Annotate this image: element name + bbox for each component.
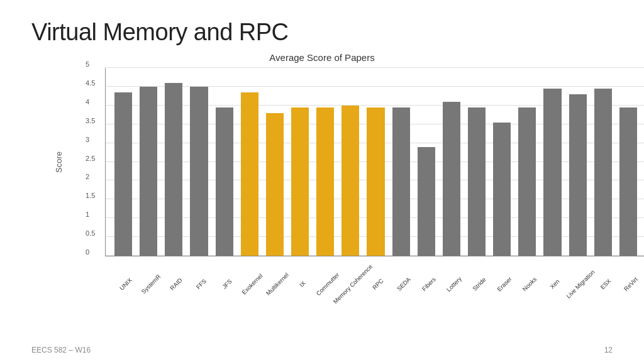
bar-group: JFS (212, 68, 237, 256)
y-tick-label: 3.5 (86, 117, 95, 124)
bar (418, 147, 435, 256)
bar-group: Eraser (489, 68, 514, 256)
bar (165, 83, 182, 256)
bar (140, 87, 157, 256)
bar-group: RPC (363, 68, 388, 256)
bar-group: IX (287, 68, 313, 256)
bar-label: Exokernel (240, 272, 264, 296)
slide: Virtual Memory and RPC Average Score of … (0, 0, 644, 362)
y-tick-label: 4 (86, 98, 89, 106)
bar-group: Nooks (514, 68, 540, 256)
bar (114, 92, 132, 256)
bar-label: Eraser (496, 275, 513, 293)
chart-area: 00.511.522.533.544.55 UNIXSystemRRAIDFFS… (105, 68, 644, 256)
bar-label: RPC (371, 277, 385, 291)
bar-group: ESX (591, 68, 616, 256)
y-tick-label: 4.5 (86, 79, 95, 87)
y-tick-label: 3 (86, 136, 89, 143)
bar (266, 113, 284, 256)
bar-label: Xen (548, 278, 561, 290)
bar-group: FFS (186, 68, 211, 256)
bar-label: Multikernel (265, 272, 290, 297)
bar (316, 107, 334, 256)
bar-label: Fibers (420, 276, 436, 292)
bars-wrapper: UNIXSystemRRAIDFFSJFSExokernelMultikerne… (106, 68, 644, 256)
y-tick-label: 2 (86, 173, 89, 180)
bar (443, 102, 460, 256)
bar (341, 106, 359, 256)
bar-label: Nooks (521, 275, 538, 292)
bar-group: Lottery (439, 68, 464, 256)
footer-left: EECS 582 – W16 (31, 346, 91, 354)
bar-label: IX (298, 280, 307, 288)
y-tick-label: 2.5 (86, 155, 95, 162)
bar-label: Memory Coherence (332, 263, 374, 305)
chart-container: Average Score of Papers Score 00.511.522… (39, 52, 605, 291)
y-tick-label: 0 (86, 248, 89, 256)
bar-group: Fibers (414, 68, 439, 256)
bar-group: Commutter (313, 68, 338, 256)
bar-label: ReVirt (623, 276, 639, 292)
bar-group: Memory Coherence (338, 68, 363, 256)
bar-label: Lottery (445, 275, 463, 293)
footer: EECS 582 – W16 12 (0, 346, 644, 354)
y-tick-label: 1.5 (86, 192, 95, 199)
bar-label: SystemR (140, 273, 162, 295)
footer-right: 12 (604, 346, 613, 354)
bar-group: UNIX (111, 68, 136, 256)
bar-label: UNIX (118, 277, 133, 292)
bar (569, 94, 587, 256)
slide-title: Virtual Memory and RPC (31, 19, 613, 46)
bar-group: Stride (464, 68, 489, 256)
y-axis-label: Score (54, 151, 64, 173)
bar-label: Stride (471, 276, 487, 292)
bar-label: SEDA (395, 276, 411, 292)
bar-group: Multikernel (262, 68, 287, 256)
bar (493, 123, 511, 256)
bar (216, 107, 233, 256)
bar-label: RAID (169, 277, 184, 292)
bar (190, 87, 208, 256)
bar (241, 92, 258, 256)
bar (392, 107, 410, 256)
bar-group: Exokernel (237, 68, 262, 256)
bar-group: ReVirt (616, 68, 641, 256)
bar-group: SystemR (136, 68, 161, 256)
bar-label: FFS (195, 278, 208, 290)
bar (594, 89, 612, 256)
bar-label: Commutter (315, 271, 341, 297)
bar (291, 107, 309, 256)
bar-label: JFS (221, 278, 233, 290)
bar (619, 107, 637, 256)
bar-group: SEDA (389, 68, 414, 256)
bar-group: RAID (161, 68, 186, 256)
bar (518, 107, 536, 256)
y-tick-label: 0.5 (86, 229, 95, 237)
chart-title: Average Score of Papers (39, 52, 605, 63)
bar (367, 107, 384, 256)
bar-label: ESX (599, 277, 612, 290)
bar (543, 89, 561, 256)
bar-label: Live Migration (565, 268, 596, 300)
bar-group: Xen (540, 68, 565, 256)
bar (468, 107, 486, 256)
y-tick-label: 1 (86, 211, 89, 218)
bar-group: Live Migration (565, 68, 591, 256)
